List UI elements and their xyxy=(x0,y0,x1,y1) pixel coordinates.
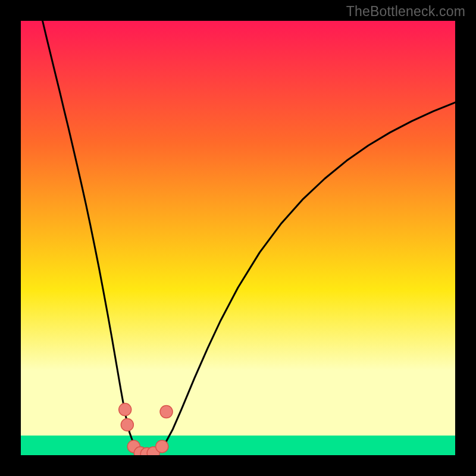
svg-point-2 xyxy=(121,418,133,431)
svg-point-8 xyxy=(160,406,173,418)
svg-point-7 xyxy=(156,440,168,453)
attribution-label: TheBottleneck.com xyxy=(346,4,465,20)
chart-frame: TheBottleneck.com xyxy=(0,0,476,476)
chart-plot-area xyxy=(21,21,455,455)
svg-point-1 xyxy=(119,403,131,416)
svg-rect-0 xyxy=(21,21,455,455)
chart-svg xyxy=(21,21,455,455)
